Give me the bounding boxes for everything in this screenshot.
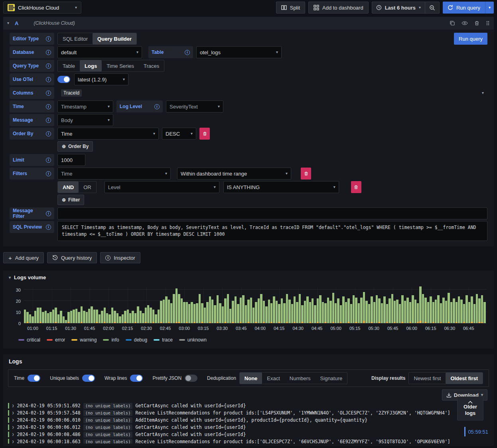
info-icon[interactable]: i (46, 36, 51, 41)
editor-type-option-sql[interactable]: SQL Editor (58, 33, 93, 44)
time-toggle[interactable] (28, 375, 40, 382)
order-by-field-select[interactable]: Time▾ (57, 128, 159, 140)
logs-volume-header[interactable]: ▾ Logs volume (6, 274, 491, 280)
run-query-button[interactable]: Run query (443, 2, 485, 14)
use-otel-toggle[interactable] (57, 76, 70, 83)
legend-item-trace[interactable]: trace (154, 337, 173, 343)
volume-bar (481, 295, 483, 323)
editor-type-option-builder[interactable]: Query Builder (93, 33, 136, 44)
info-icon[interactable]: i (185, 50, 190, 55)
drag-handle-icon[interactable] (486, 20, 490, 26)
message-filter-input[interactable] (57, 207, 487, 219)
info-icon[interactable]: i (46, 131, 51, 136)
info-icon[interactable]: i (154, 104, 160, 109)
unique-labels-toggle[interactable] (82, 375, 95, 382)
log-row[interactable]: ❯2024-02-19 06:00:08.486(no unique label… (8, 431, 489, 438)
query-history-button[interactable]: Query history (47, 252, 97, 263)
run-query-options-button[interactable]: ▾ (485, 2, 494, 14)
info-icon[interactable]: i (46, 91, 51, 96)
legend-item-info[interactable]: info (103, 337, 119, 343)
info-icon[interactable]: i (46, 77, 51, 82)
dedup-option-signature[interactable]: Signature (316, 373, 347, 384)
duplicate-query-icon[interactable] (450, 20, 455, 26)
collapse-query-icon[interactable]: ▾ (7, 21, 9, 25)
expand-log-icon[interactable]: ❯ (12, 432, 14, 436)
query-type-option-table[interactable]: Table (58, 60, 80, 71)
run-query-inline-button[interactable]: Run query (454, 33, 487, 45)
query-type-option-timeseries[interactable]: Time Series (102, 60, 139, 71)
message-column-select[interactable]: Body▾ (57, 114, 113, 126)
display-option-oldest[interactable]: Oldest first (446, 373, 483, 384)
logs-volume-plot[interactable]: 0102030 (24, 287, 487, 324)
volume-bar (265, 306, 267, 323)
log-row[interactable]: ❯2024-02-19 06:00:06.012(no unique label… (8, 424, 489, 431)
expand-log-icon[interactable]: ❯ (12, 418, 14, 422)
query-type-option-traces[interactable]: Traces (139, 60, 164, 71)
query-type-option-logs[interactable]: Logs (80, 60, 102, 71)
legend-label: warning (80, 337, 97, 343)
info-icon[interactable]: i (46, 158, 51, 163)
table-select[interactable]: otel_logs▾ (196, 46, 282, 58)
x-tick-label: 03:30 (217, 326, 228, 331)
conjunction-or[interactable]: OR (79, 182, 96, 193)
add-order-by-button[interactable]: ⊕ Order By (57, 141, 93, 152)
legend-item-unknown[interactable]: unknown (179, 337, 207, 343)
add-query-button[interactable]: + Add query (3, 252, 44, 263)
inspector-button[interactable]: i Inspector (100, 252, 140, 263)
order-by-direction-select[interactable]: DESC▾ (162, 128, 196, 140)
collapse-panel-icon[interactable]: ▾ (9, 276, 11, 280)
log-row[interactable]: ❯2024-02-19 06:00:06.010(no unique label… (8, 416, 489, 424)
conjunction-and[interactable]: AND (58, 182, 79, 193)
prettify-json-toggle[interactable] (185, 375, 197, 382)
time-column-select[interactable]: Timestamp▾ (57, 101, 113, 112)
otel-version-select[interactable]: latest (1.2.9)▾ (74, 73, 128, 85)
add-filter-button[interactable]: ⊕ Filter (57, 195, 84, 205)
info-icon[interactable]: i (46, 104, 51, 109)
database-select[interactable]: default▾ (57, 46, 142, 58)
zoom-out-button[interactable] (425, 2, 439, 13)
filter-condition-operator-select[interactable]: IS ANYTHING▾ (223, 181, 339, 193)
add-to-dashboard-button[interactable]: Add to dashboard (308, 2, 369, 14)
legend-item-critical[interactable]: critical (18, 337, 40, 343)
columns-value-chip[interactable]: TraceId (61, 89, 82, 97)
dedup-option-none[interactable]: None (240, 373, 262, 384)
expand-log-icon[interactable]: ❯ (12, 411, 14, 415)
info-icon[interactable]: i (46, 211, 51, 216)
expand-log-icon[interactable]: ❯ (12, 440, 14, 444)
dedup-option-numbers[interactable]: Numbers (285, 373, 316, 384)
legend-item-error[interactable]: error (47, 337, 65, 343)
remove-order-by-button[interactable] (199, 128, 210, 140)
editor-type-radio-group: SQL Editor Query Builder (57, 33, 137, 45)
datasource-picker[interactable]: ClickHouse Cloud ▾ (3, 2, 81, 14)
filter-condition-field-select[interactable]: Level▾ (105, 181, 219, 193)
limit-input[interactable] (57, 154, 85, 166)
log-level-select[interactable]: SeverityText▾ (166, 101, 223, 112)
hide-response-eye-icon[interactable] (461, 20, 468, 26)
chevron-down-icon: ▾ (153, 132, 155, 136)
expand-log-icon[interactable]: ❯ (12, 404, 14, 408)
remove-condition-button[interactable] (351, 181, 361, 193)
legend-item-warning[interactable]: warning (71, 337, 97, 343)
remove-query-trash-icon[interactable] (474, 20, 479, 26)
display-option-newest[interactable]: Newest first (409, 373, 446, 384)
split-button[interactable]: Split (276, 2, 305, 14)
log-row[interactable]: ❯2024-02-19 05:59:57.548(no unique label… (8, 409, 489, 416)
dedup-option-exact[interactable]: Exact (262, 373, 285, 384)
info-icon[interactable]: i (46, 225, 51, 230)
info-icon[interactable]: i (46, 118, 51, 123)
query-row-header[interactable]: ▾ A (ClickHouse Cloud) (3, 17, 494, 30)
log-row[interactable]: ❯2024-02-19 05:59:51.692(no unique label… (8, 402, 489, 409)
filter-operator-select[interactable]: Within dashboard time range▾ (177, 168, 291, 180)
legend-item-debug[interactable]: debug (126, 337, 147, 343)
filter-field-select[interactable]: Time▾ (57, 168, 171, 180)
wrap-lines-toggle[interactable] (130, 375, 143, 382)
time-range-picker[interactable]: Last 6 hours ▾ (372, 2, 425, 13)
log-row[interactable]: ❯2024-02-19 06:00:18.663(no unique label… (8, 438, 489, 444)
columns-multiselect[interactable]: TraceId ▾ (57, 87, 487, 99)
info-icon[interactable]: i (46, 63, 51, 69)
remove-filter-button[interactable] (301, 168, 311, 180)
older-logs-button[interactable]: Older logs (457, 397, 483, 420)
expand-log-icon[interactable]: ❯ (12, 425, 14, 429)
info-icon[interactable]: i (46, 50, 51, 55)
info-icon[interactable]: i (46, 171, 51, 176)
